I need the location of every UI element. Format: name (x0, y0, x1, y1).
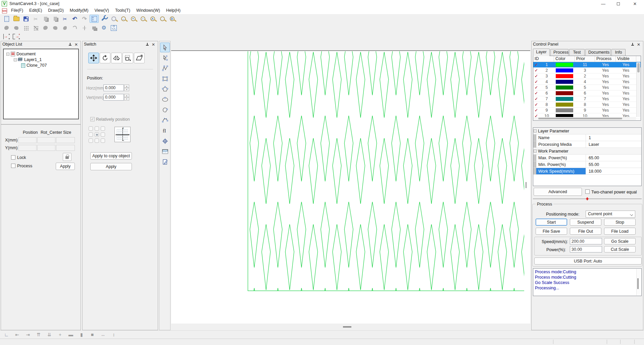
ellipse-tool[interactable] (160, 95, 170, 104)
align-right-icon[interactable]: ⇥ (23, 331, 32, 338)
paste-icon[interactable] (51, 15, 60, 23)
rotate-tool[interactable] (100, 53, 110, 63)
shape-node-icon[interactable] (60, 24, 69, 32)
log-vscroll-thumb[interactable] (637, 278, 639, 289)
layer-row[interactable]: ✓88YesYes (533, 102, 641, 108)
cut-direction-icon[interactable]: → (2, 33, 11, 41)
space-horizontal-icon[interactable]: ↔ (99, 331, 107, 338)
layer-check-icon[interactable]: ✓ (533, 68, 539, 73)
polygon-tool[interactable] (160, 84, 170, 94)
object-tree[interactable]: −Document−Layer1_1Clone_707 (3, 49, 79, 119)
layer-color-swatch[interactable] (554, 91, 575, 96)
select-tool[interactable] (160, 43, 170, 52)
file-out-button[interactable]: File Out (570, 228, 601, 235)
tree-item-document[interactable]: −Document (6, 51, 36, 57)
vert-input[interactable]: 0.000 (103, 94, 124, 101)
switch-pin-icon[interactable] (145, 42, 150, 47)
param-row[interactable]: Processing MediaLaser (533, 141, 641, 148)
layer-check-icon[interactable]: ✓ (533, 74, 539, 78)
layer-row[interactable]: ✓55YesYes (533, 85, 641, 91)
array-cross-icon[interactable] (31, 24, 40, 32)
param-value[interactable]: 65.00 (586, 156, 641, 160)
vert-spinner[interactable]: ▲▼ (124, 94, 129, 101)
polyline-tool[interactable] (160, 63, 170, 73)
param-group[interactable]: −Work Parameter (533, 148, 641, 155)
tree-expander-icon[interactable]: − (6, 53, 9, 56)
space-vertical-icon[interactable]: ↕ (109, 331, 118, 338)
bezier-tool[interactable] (160, 115, 170, 125)
y-position-field[interactable] (18, 145, 37, 151)
anchor-1-1[interactable] (95, 132, 99, 137)
layer-row[interactable]: ✓32YesYes (533, 73, 641, 79)
machine-config-gear-icon[interactable]: ⚙ (99, 24, 108, 32)
usb-port-button[interactable]: USB Port: Auto (534, 257, 642, 265)
apply-copy-button[interactable]: Apply to copy object (90, 152, 132, 160)
wrench-icon[interactable] (99, 15, 108, 23)
align-top-icon[interactable]: ⇈ (34, 331, 43, 338)
layer-check-icon[interactable]: ✓ (533, 62, 539, 67)
shear-tool[interactable] (134, 53, 145, 63)
layer-check-icon[interactable]: ✓ (533, 79, 539, 84)
anchor-1-0[interactable] (89, 132, 93, 137)
save-icon[interactable] (21, 15, 31, 23)
image-tool[interactable] (160, 147, 170, 156)
lock-button[interactable] (63, 153, 71, 161)
page-edit-tool[interactable] (160, 157, 170, 167)
hinge-pattern[interactable] (248, 51, 524, 291)
param-group[interactable]: −Layer Parameter (533, 128, 641, 134)
lock-checkbox[interactable] (11, 155, 15, 160)
zoom-all-icon[interactable]: A (148, 15, 157, 23)
tab-test[interactable]: Test (569, 49, 585, 56)
same-height-icon[interactable]: ▮ (77, 331, 86, 338)
layer-table-vthumb[interactable] (637, 63, 640, 72)
menu-toolst[interactable]: Tools(T) (112, 7, 133, 13)
advanced-button[interactable]: Advanced (534, 188, 582, 196)
anchor-0-1[interactable] (95, 126, 99, 131)
switch-apply-button[interactable]: Apply (90, 163, 132, 170)
menu-modifym[interactable]: Modify(M) (67, 7, 92, 13)
close-button[interactable]: ✕ (626, 0, 644, 7)
zoom-icon[interactable] (109, 15, 118, 23)
layer-color-swatch[interactable] (554, 96, 575, 102)
y-rotcenter-field[interactable] (37, 145, 55, 151)
object-list-pin-icon[interactable] (68, 42, 72, 47)
file-save-button[interactable]: File Save (536, 228, 567, 235)
layer-check-icon[interactable]: ✓ (533, 91, 539, 96)
param-row[interactable]: Max. Power(%)65.00 (533, 155, 641, 161)
stop-button[interactable]: Stop (604, 219, 636, 226)
param-row[interactable]: Min. Power(%)55.00 (533, 161, 641, 168)
group-icon[interactable] (90, 24, 99, 32)
anchor-0-0[interactable] (89, 126, 93, 131)
control-panel-close-icon[interactable]: ✕ (636, 42, 641, 47)
union-icon[interactable] (51, 24, 60, 32)
origin-axes-icon[interactable]: ∟ (2, 331, 11, 338)
layer-row[interactable]: ✓44YesYes (533, 79, 641, 85)
scale-tool[interactable] (122, 53, 133, 63)
splitter-handle-icon[interactable] (586, 196, 589, 202)
layer-row[interactable]: ✓77YesYes (533, 96, 641, 102)
layer-color-swatch[interactable] (554, 108, 575, 113)
trim-icon[interactable] (12, 24, 21, 32)
anchor-1-2[interactable] (101, 132, 105, 137)
pan-zoom-icon[interactable]: ↔ (119, 15, 128, 23)
layer-color-swatch[interactable] (554, 102, 575, 107)
layer-color-swatch[interactable] (554, 79, 575, 84)
align-bottom-icon[interactable]: ⇊ (45, 331, 54, 338)
move-tool[interactable] (88, 53, 99, 63)
minimize-button[interactable]: — (596, 0, 611, 7)
x-size-field[interactable] (56, 137, 75, 143)
mirror-axis-icon[interactable] (80, 24, 89, 32)
copy-icon[interactable] (41, 15, 50, 23)
anchor-2-0[interactable] (89, 138, 93, 143)
align-center-icon[interactable]: + (56, 331, 64, 338)
rectangle-tool[interactable] (160, 74, 170, 83)
cut-icon[interactable]: ✂ (31, 15, 40, 23)
layer-color-swatch[interactable] (554, 68, 575, 73)
horz-input[interactable]: 0.000 (103, 84, 124, 91)
layer-color-swatch[interactable] (554, 73, 575, 79)
param-row[interactable]: Work Speed(mm/s)18.000 (533, 168, 641, 175)
two-chanel-checkbox[interactable] (585, 189, 590, 194)
zoom-select-icon[interactable]: ◌ (158, 15, 167, 23)
anchor-2-1[interactable] (95, 138, 99, 143)
control-panel-pin-icon[interactable] (630, 42, 635, 47)
